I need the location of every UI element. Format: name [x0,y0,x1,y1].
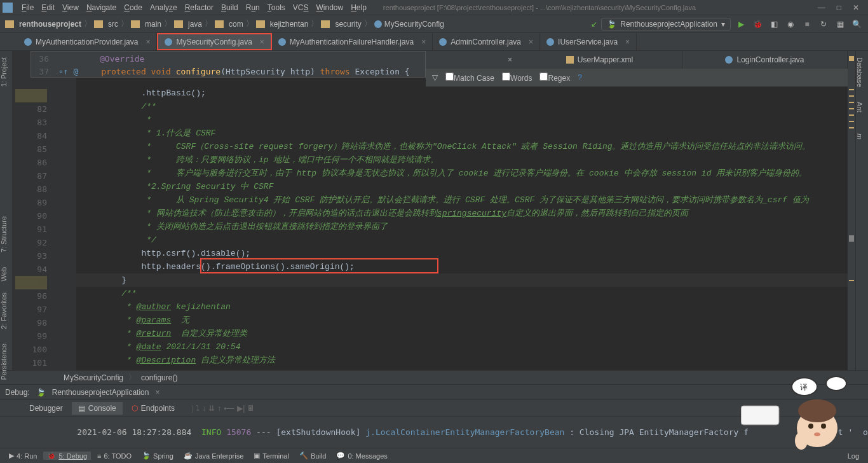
coverage-button[interactable]: ◧ [768,18,780,31]
build-icon[interactable]: ↙ [591,20,597,29]
menu-tools[interactable]: Tools [264,3,289,12]
bottom-debug[interactable]: 🐞5: Debug [43,452,91,460]
crumb-java[interactable]: java [174,20,202,29]
close-icon[interactable]: × [421,38,426,46]
tab-logincontroller[interactable]: LoginController.java [682,51,848,69]
run-to-cursor-icon[interactable]: ▶| [237,404,245,413]
bottom-log[interactable]: Log [844,452,863,460]
window-title: renthouseproject [F:\08\project\renthous… [370,4,818,11]
crumb-kejizhentan[interactable]: kejizhentan [256,20,309,29]
crumb-class[interactable]: MySecurityConfig [374,20,444,29]
tool-database[interactable]: Database [856,57,864,87]
step-over-icon[interactable]: ⤵ [196,404,200,413]
spring-icon: 🍃 [607,20,616,29]
force-step-icon[interactable]: ⇊ [208,404,215,413]
search-everywhere-icon[interactable]: 🔍 [850,18,863,31]
tool-persistence[interactable]: Persistence [0,343,8,380]
tool-web[interactable]: Web [0,267,8,281]
regex-checkbox[interactable]: Regex [539,73,570,83]
step-out-icon[interactable]: ↑ [217,404,221,413]
tab-myauthfailurehandler[interactable]: MyAuthenticationFailureHandler.java× [272,33,433,50]
console-tab[interactable]: ▤Console [72,402,123,415]
debug-button[interactable]: 🐞 [751,18,764,31]
scrollbar-markers[interactable] [848,51,855,370]
endpoints-tab[interactable]: ⬡Endpoints [125,402,181,415]
close-debug-icon[interactable]: × [155,388,159,397]
breadcrumb: renthouseproject〉 src〉 main〉 java〉 com〉 … [5,18,444,29]
tab-usermapper[interactable]: UserMapper.xml [517,51,682,69]
bug-icon: 🐞 [47,452,56,460]
code-breadcrumb: MySecurityConfig 〉 configure() [0,370,868,384]
bottom-messages[interactable]: 💬0: Messages [332,452,391,460]
menu-view[interactable]: View [58,3,83,12]
bottom-run[interactable]: ▶4: Run [5,452,41,460]
maximize-icon[interactable]: □ [837,3,841,12]
menu-code[interactable]: Code [120,3,146,12]
words-checkbox[interactable]: Words [502,73,532,83]
java-icon: ☕ [184,452,193,460]
help-icon[interactable]: ? [578,73,582,82]
project-structure-icon[interactable]: ▦ [834,18,846,31]
bottom-build[interactable]: 🔨Build [295,452,330,460]
line-gutter: 81 82 83 84 85 86 87 88 89 90 91 92 93 9… [13,51,52,370]
menu-bar: File Edit View Navigate Code Analyze Ref… [0,0,868,15]
console-icon: ▤ [78,404,85,413]
step-into-icon[interactable]: ↓ [202,404,206,413]
tool-structure[interactable]: 7: Structure [0,216,8,252]
drop-frame-icon[interactable]: ⟵ [224,404,234,413]
crumb-method-bottom[interactable]: configure() [141,373,177,382]
evaluate-icon[interactable]: 🖩 [247,404,255,413]
menu-run[interactable]: Run [242,3,264,12]
bottom-javaee[interactable]: ☕Java Enterprise [180,452,247,460]
menu-analyze[interactable]: Analyze [146,3,181,12]
java-icon [725,56,733,64]
bottom-todo[interactable]: ≡6: TODO [93,452,135,460]
tool-favorites[interactable]: 2: Favorites [0,293,8,329]
tool-ant[interactable]: Ant [856,102,864,113]
bottom-spring[interactable]: 🍃Spring [138,452,177,460]
code-text[interactable]: .httpBasic(); /** * * 1.什么是 CSRF * CSRF（… [76,51,848,370]
tab-mysecurityconfig[interactable]: MySecurityConfig.java× [157,33,271,50]
crumb-project[interactable]: renthouseproject [5,20,81,29]
bottom-terminal[interactable]: ▣Terminal [250,452,293,460]
menu-edit[interactable]: Edit [37,3,58,12]
run-configuration[interactable]: 🍃 RenthouseprojectApplication ▾ [601,18,731,31]
close-icon[interactable]: × [529,38,533,46]
update-button[interactable]: ↻ [817,18,830,31]
tool-maven[interactable]: m [856,134,864,139]
debug-app-name: RenthouseprojectApplication [52,388,149,397]
code-editor[interactable]: 36 @Override 37 ∘↑ @ protected void conf… [13,51,855,370]
menu-vcs[interactable]: VCS [289,3,313,12]
close-icon[interactable]: ✕ [853,3,859,12]
match-case-checkbox[interactable]: Match Case [445,73,494,83]
crumb-security[interactable]: security [321,20,361,29]
stop-button[interactable]: ■ [801,18,813,31]
filter-icon[interactable]: ▽ [432,73,438,82]
crumb-src[interactable]: src [94,20,118,29]
close-icon[interactable]: × [260,38,264,46]
debugger-tab[interactable]: Debugger [23,402,69,415]
tool-project[interactable]: 1: Project [0,57,8,86]
crumb-class-bottom[interactable]: MySecurityConfig [64,373,123,382]
xml-icon [566,56,574,64]
close-search-icon[interactable]: × [508,55,512,64]
menu-help[interactable]: Help [347,3,370,12]
close-icon[interactable]: × [625,38,630,46]
app-logo [3,3,13,13]
editor-main: 1: Project 7: Structure Web 2: Favorites… [0,51,868,370]
tab-admincontroller[interactable]: AdminController.java× [433,33,540,50]
minimize-icon[interactable]: — [818,3,825,12]
tab-myauthprovider[interactable]: MyAuthenticationProvider.java× [18,33,157,50]
profile-button[interactable]: ◉ [784,18,797,31]
menu-refactor[interactable]: Refactor [181,3,217,12]
run-button[interactable]: ▶ [735,18,747,31]
crumb-com[interactable]: com [215,20,243,29]
tab-iuserservice[interactable]: IUserService.java× [540,33,637,50]
crumb-main[interactable]: main [131,20,161,29]
menu-navigate[interactable]: Navigate [83,3,120,12]
menu-build[interactable]: Build [217,3,242,12]
terminal-icon: ▣ [254,452,260,460]
menu-file[interactable]: File [18,3,37,12]
close-icon[interactable]: × [146,38,150,46]
menu-window[interactable]: Window [312,3,347,12]
